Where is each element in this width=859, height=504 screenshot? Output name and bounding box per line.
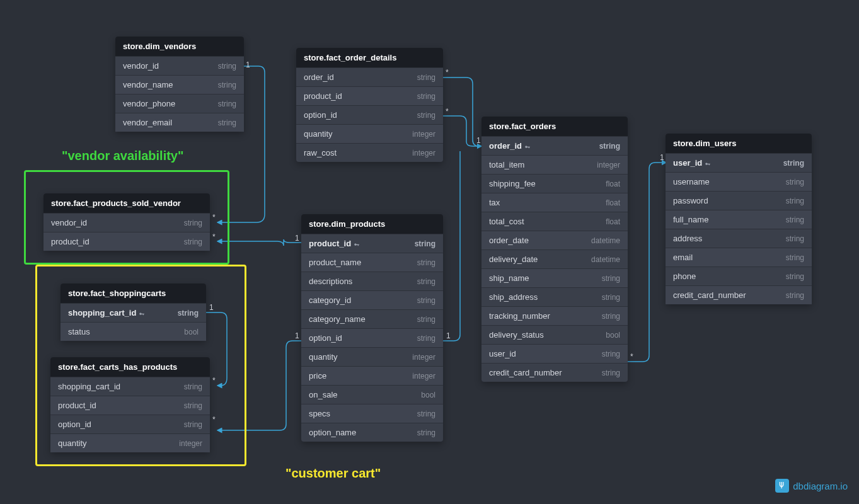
table-column-row[interactable]: passwordstring <box>666 191 812 210</box>
table-column-row[interactable]: total_costfloat <box>481 212 628 231</box>
column-type: string <box>417 315 435 324</box>
table-column-row[interactable]: vendor_phonestring <box>115 94 244 113</box>
column-name: shipping_fee <box>489 179 536 188</box>
table-column-row[interactable]: taxfloat <box>481 193 628 212</box>
table-column-row[interactable]: full_namestring <box>666 210 812 229</box>
table-column-row[interactable]: phonestring <box>666 266 812 285</box>
column-name: order_id <box>489 141 531 151</box>
table-column-row[interactable]: on_salebool <box>301 385 443 404</box>
table-column-row[interactable]: specsstring <box>301 404 443 423</box>
column-name: product_id <box>309 239 360 248</box>
table-column-row[interactable]: product_idstring <box>296 86 443 105</box>
column-type: string <box>417 92 435 101</box>
table-fact-orders[interactable]: store.fact_ordersorder_id stringtotal_it… <box>481 117 628 382</box>
table-fact-order-details[interactable]: store.fact_order_detailsorder_idstringpr… <box>296 48 443 162</box>
table-column-row[interactable]: priceinteger <box>301 366 443 385</box>
table-dim-users[interactable]: store.dim_usersuser_id stringusernamestr… <box>666 134 812 304</box>
table-column-row[interactable]: shipping_feefloat <box>481 174 628 193</box>
table-header[interactable]: store.dim_vendors <box>115 37 244 56</box>
table-header[interactable]: store.fact_order_details <box>296 48 443 67</box>
table-column-row[interactable]: vendor_emailstring <box>115 113 244 132</box>
column-name: email <box>673 253 693 262</box>
table-column-row[interactable]: category_namestring <box>301 309 443 328</box>
table-column-row[interactable]: vendor_idstring <box>115 56 244 75</box>
column-name: password <box>673 196 708 205</box>
table-column-row[interactable]: credit_card_numberstring <box>666 285 812 304</box>
table-column-row[interactable]: order_id string <box>481 136 628 155</box>
table-column-row[interactable]: category_idstring <box>301 290 443 309</box>
table-column-row[interactable]: quantityinteger <box>296 124 443 143</box>
column-name: product_name <box>309 258 361 267</box>
primary-key-icon <box>705 160 711 166</box>
column-type: datetime <box>591 255 620 264</box>
cardinality-1: 1 <box>246 60 250 69</box>
column-type: string <box>417 410 435 418</box>
column-type: string <box>602 369 620 377</box>
column-type: string <box>417 111 435 120</box>
table-column-row[interactable]: order_idstring <box>296 67 443 86</box>
table-column-row[interactable]: emailstring <box>666 248 812 266</box>
table-column-row[interactable]: product_id string <box>301 234 443 253</box>
table-column-row[interactable]: credit_card_numberstring <box>481 363 628 382</box>
column-name: phone <box>673 272 696 281</box>
column-type: string <box>417 277 435 286</box>
table-column-row[interactable]: total_iteminteger <box>481 155 628 174</box>
table-column-row[interactable]: ship_namestring <box>481 268 628 287</box>
table-column-row[interactable]: user_idstring <box>481 344 628 363</box>
column-type: string <box>218 81 236 89</box>
cardinality-1: 1 <box>446 331 451 340</box>
column-type: string <box>786 234 804 243</box>
column-name: total_item <box>489 160 524 169</box>
annotation-customer-cart: "customer cart" <box>285 466 381 481</box>
table-column-row[interactable]: option_namestring <box>301 423 443 442</box>
table-column-row[interactable]: addressstring <box>666 229 812 248</box>
cardinality-1: 1 <box>660 153 664 162</box>
dbdiagram-logo[interactable]: dbdiagram.io <box>775 479 848 493</box>
cardinality-star: * <box>446 68 449 77</box>
table-column-row[interactable]: usernamestring <box>666 172 812 191</box>
table-column-row[interactable]: delivery_statusbool <box>481 325 628 344</box>
table-header[interactable]: store.dim_users <box>666 134 812 153</box>
column-name: user_id <box>489 349 516 358</box>
column-name: vendor_id <box>123 61 159 71</box>
column-type: datetime <box>591 236 620 245</box>
column-name: quantity <box>309 352 338 362</box>
column-name: vendor_name <box>123 80 173 89</box>
column-name: username <box>673 177 710 186</box>
table-header[interactable]: store.fact_orders <box>481 117 628 136</box>
table-column-row[interactable]: raw_costinteger <box>296 143 443 162</box>
column-type: string <box>786 178 804 186</box>
cardinality-1: 1 <box>476 136 481 145</box>
table-column-row[interactable]: vendor_namestring <box>115 75 244 94</box>
table-column-row[interactable]: ship_addressstring <box>481 287 628 306</box>
table-dim-products[interactable]: store.dim_productsproduct_id stringprodu… <box>301 214 443 442</box>
column-name: full_name <box>673 215 708 224</box>
table-column-row[interactable]: user_id string <box>666 153 812 172</box>
table-column-row[interactable]: option_idstring <box>301 328 443 347</box>
column-type: string <box>602 350 620 358</box>
column-type: integer <box>412 353 435 362</box>
column-name: on_sale <box>309 390 338 399</box>
column-name: specs <box>309 409 330 418</box>
table-column-row[interactable]: tracking_numberstring <box>481 306 628 325</box>
column-type: integer <box>597 161 620 169</box>
column-name: raw_cost <box>304 148 337 158</box>
cardinality-star: * <box>630 352 633 361</box>
column-name: order_id <box>304 72 334 82</box>
table-header[interactable]: store.dim_products <box>301 214 443 234</box>
column-type: integer <box>412 372 435 381</box>
column-name: ship_address <box>489 292 538 302</box>
table-column-row[interactable]: delivery_datedatetime <box>481 249 628 268</box>
table-column-row[interactable]: quantityinteger <box>301 347 443 366</box>
column-type: bool <box>606 331 620 340</box>
column-type: integer <box>412 130 435 139</box>
column-type: float <box>606 180 620 188</box>
primary-key-icon <box>354 241 360 247</box>
table-column-row[interactable]: order_datedatetime <box>481 231 628 249</box>
column-type: string <box>415 239 435 248</box>
table-column-row[interactable]: option_idstring <box>296 105 443 124</box>
table-column-row[interactable]: product_namestring <box>301 253 443 272</box>
column-type: string <box>599 142 620 151</box>
table-dim-vendors[interactable]: store.dim_vendorsvendor_idstringvendor_n… <box>115 37 244 132</box>
table-column-row[interactable]: descriptionsstring <box>301 272 443 290</box>
